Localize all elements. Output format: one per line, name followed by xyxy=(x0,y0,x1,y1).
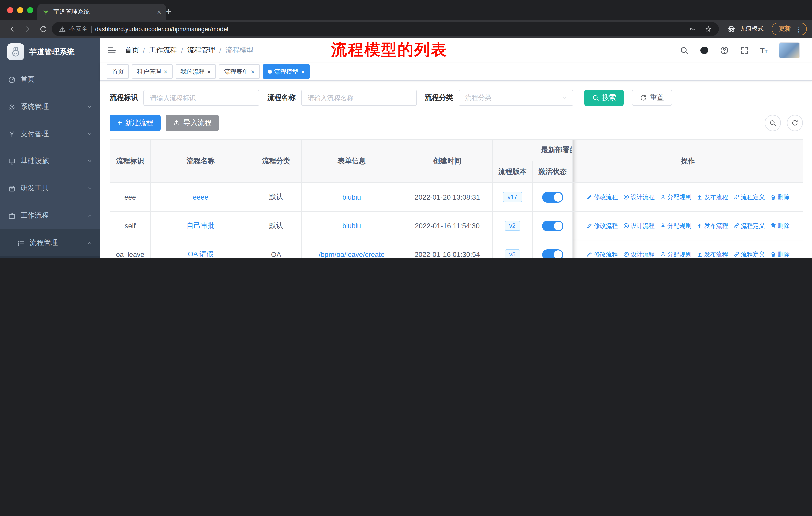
form-info-link[interactable]: /bpm/oa/leave/create xyxy=(319,250,385,258)
window-zoom-button[interactable] xyxy=(27,7,33,13)
window-close-button[interactable] xyxy=(7,7,13,13)
forward-button[interactable] xyxy=(21,22,34,36)
action-修改流程[interactable]: 修改流程 xyxy=(586,250,618,258)
sidebar-item-label: 工作流程 xyxy=(21,211,49,220)
security-label[interactable]: 不安全 xyxy=(69,25,88,33)
new-tab-button[interactable]: + xyxy=(162,5,175,18)
action-流程定义[interactable]: 流程定义 xyxy=(733,250,765,258)
process-name-input[interactable] xyxy=(301,90,417,106)
sidebar-item-system[interactable]: 系统管理 xyxy=(0,93,100,120)
breadcrumb-workflow[interactable]: 工作流程 xyxy=(149,46,177,55)
tag-首页[interactable]: 首页 xyxy=(107,64,129,79)
sidebar-item-devtools[interactable]: 研发工具 xyxy=(0,175,100,202)
version-badge[interactable]: v17 xyxy=(503,192,522,202)
tab-title: 芋道管理系统 xyxy=(53,7,153,16)
header-search-icon[interactable] xyxy=(679,46,689,55)
url-text[interactable]: dashboard.yudao.iocoder.cn/bpm/manager/m… xyxy=(95,25,228,32)
col-header-version: 流程版本 xyxy=(493,161,532,183)
breadcrumb-home[interactable]: 首页 xyxy=(125,46,139,55)
table-refresh-button[interactable] xyxy=(787,115,803,131)
cell-created-time: 2022-01-16 01:30:54 xyxy=(402,240,493,258)
sidebar-item-home[interactable]: 首页 xyxy=(0,66,100,93)
sidebar-collapse-icon[interactable] xyxy=(107,45,117,55)
breadcrumb-process-mgmt[interactable]: 流程管理 xyxy=(187,46,215,55)
password-key-icon[interactable] xyxy=(689,25,696,32)
action-修改流程[interactable]: 修改流程 xyxy=(586,221,618,230)
action-分配规则[interactable]: 分配规则 xyxy=(660,193,691,201)
form-info-link[interactable]: biubiu xyxy=(342,222,361,230)
action-设计流程[interactable]: 设计流程 xyxy=(623,250,655,258)
sidebar-item-process-form[interactable]: 流程表单 xyxy=(0,256,100,258)
row-actions: 修改流程设计流程分配规则发布流程流程定义删除 xyxy=(576,193,800,201)
address-divider xyxy=(91,25,92,32)
breadcrumb-separator: / xyxy=(181,46,183,54)
tag-close-icon[interactable]: × xyxy=(251,68,255,75)
process-id-input[interactable] xyxy=(143,90,259,106)
search-button[interactable]: 搜索 xyxy=(584,90,624,106)
version-badge[interactable]: v2 xyxy=(505,221,520,231)
search-icon xyxy=(592,94,599,101)
fullscreen-icon[interactable] xyxy=(740,46,749,55)
category-select[interactable]: 流程分类 xyxy=(459,90,573,106)
tag-租户管理[interactable]: 租户管理 × xyxy=(132,64,172,79)
chevron-down-icon xyxy=(562,95,568,101)
window-minimize-button[interactable] xyxy=(17,7,23,13)
process-name-link[interactable]: 自己审批 xyxy=(186,221,215,229)
active-toggle[interactable] xyxy=(542,192,563,202)
sidebar-item-pay[interactable]: 支付管理 xyxy=(0,120,100,147)
browser-tab[interactable]: 芋道管理系统 × xyxy=(37,3,166,20)
sidebar-logo[interactable]: 芋道管理系统 xyxy=(0,38,100,66)
tag-流程模型[interactable]: 流程模型 × xyxy=(263,64,310,79)
action-分配规则[interactable]: 分配规则 xyxy=(660,221,691,230)
topbar-actions: TT xyxy=(679,42,805,58)
filter-category-label: 流程分类 xyxy=(425,93,453,102)
sidebar-item-workflow[interactable]: 工作流程 xyxy=(0,202,100,229)
version-badge[interactable]: v5 xyxy=(505,249,520,258)
reset-button[interactable]: 重置 xyxy=(632,90,672,106)
create-process-button[interactable]: + 新建流程 xyxy=(110,115,161,131)
help-icon[interactable] xyxy=(720,46,729,55)
action-分配规则[interactable]: 分配规则 xyxy=(660,250,691,258)
process-name-link[interactable]: eeee xyxy=(193,193,208,201)
sidebar-item-infra[interactable]: 基础设施 xyxy=(0,147,100,175)
font-size-icon[interactable]: TT xyxy=(760,46,768,55)
action-设计流程[interactable]: 设计流程 xyxy=(623,193,655,201)
col-header-active: 激活状态 xyxy=(532,161,573,183)
github-icon[interactable] xyxy=(699,46,708,55)
action-删除[interactable]: 删除 xyxy=(770,250,790,258)
page-content: 流程标识 流程名称 流程分类 流程分类 搜索 xyxy=(100,81,812,258)
tab-close-icon[interactable]: × xyxy=(157,8,161,16)
action-设计流程[interactable]: 设计流程 xyxy=(623,221,655,230)
user-avatar[interactable] xyxy=(779,42,800,58)
import-process-button[interactable]: 导入流程 xyxy=(166,115,219,131)
col-header-operations: 操作 xyxy=(573,139,803,183)
action-发布流程[interactable]: 发布流程 xyxy=(696,221,728,230)
action-发布流程[interactable]: 发布流程 xyxy=(696,250,728,258)
action-流程定义[interactable]: 流程定义 xyxy=(733,193,765,201)
bookmark-star-icon[interactable] xyxy=(705,25,712,32)
action-删除[interactable]: 删除 xyxy=(770,221,790,230)
back-button[interactable] xyxy=(5,22,19,36)
browser-menu-icon[interactable]: ⋮ xyxy=(795,25,803,33)
incognito-label: 无痕模式 xyxy=(740,25,764,33)
menu-icon xyxy=(8,185,16,192)
process-name-link[interactable]: OA 请假 xyxy=(188,250,214,258)
col-header-deployment-group: 最新部署的流程定义 xyxy=(493,139,573,161)
tag-我的流程[interactable]: 我的流程 × xyxy=(175,64,216,79)
action-删除[interactable]: 删除 xyxy=(770,193,790,201)
active-toggle[interactable] xyxy=(542,220,563,231)
sidebar-item-process-mgmt[interactable]: 流程管理 xyxy=(0,229,100,256)
tag-close-icon[interactable]: × xyxy=(301,68,305,75)
tag-close-icon[interactable]: × xyxy=(207,68,211,75)
tag-close-icon[interactable]: × xyxy=(164,68,167,75)
update-button[interactable]: 更新 ⋮ xyxy=(772,23,807,35)
tag-流程表单[interactable]: 流程表单 × xyxy=(219,64,260,79)
form-info-link[interactable]: biubiu xyxy=(342,193,361,201)
address-bar[interactable]: 不安全 dashboard.yudao.iocoder.cn/bpm/manag… xyxy=(52,22,719,36)
action-修改流程[interactable]: 修改流程 xyxy=(586,193,618,201)
active-toggle[interactable] xyxy=(542,249,563,258)
action-流程定义[interactable]: 流程定义 xyxy=(733,221,765,230)
table-search-button[interactable] xyxy=(765,115,781,131)
reload-button[interactable] xyxy=(36,22,50,36)
action-发布流程[interactable]: 发布流程 xyxy=(696,193,728,201)
